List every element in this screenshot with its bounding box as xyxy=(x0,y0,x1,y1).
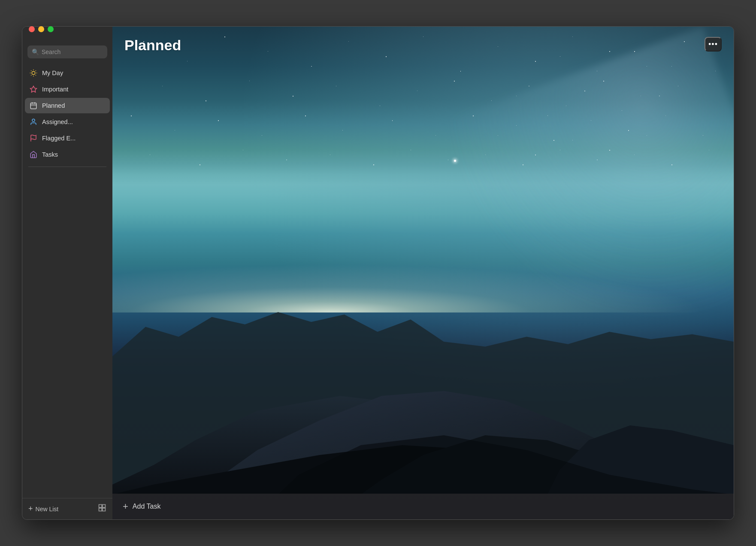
svg-point-14 xyxy=(32,119,35,121)
svg-rect-16 xyxy=(99,505,102,508)
sidebar-item-planned[interactable]: Planned xyxy=(25,98,110,113)
search-bar[interactable]: 🔍 Search xyxy=(27,46,107,58)
svg-rect-18 xyxy=(99,508,102,511)
person-icon xyxy=(29,118,38,126)
sidebar-divider xyxy=(28,167,106,167)
svg-line-7 xyxy=(31,75,31,76)
header: Planned ••• xyxy=(112,27,734,54)
sidebar-item-label-important: Important xyxy=(42,86,68,93)
calendar-icon xyxy=(29,101,38,110)
main-content: Planned ••• + Add Task xyxy=(112,27,734,519)
sidebar-item-label-tasks: Tasks xyxy=(42,151,58,158)
more-options-button[interactable]: ••• xyxy=(705,37,722,52)
star-icon xyxy=(29,85,38,94)
bottom-bar: + Add Task xyxy=(112,494,734,519)
sidebar-bottom: + New List xyxy=(22,498,112,519)
minimize-button[interactable] xyxy=(38,26,44,32)
search-icon: 🔍 xyxy=(32,49,39,55)
landscape-svg xyxy=(112,199,734,494)
plus-icon: + xyxy=(28,504,33,513)
flag-icon xyxy=(29,134,38,143)
sidebar-item-label-flagged: Flagged E... xyxy=(42,135,76,142)
new-list-label: New List xyxy=(36,506,59,513)
svg-point-0 xyxy=(32,71,35,75)
svg-line-4 xyxy=(36,75,36,76)
background-scene xyxy=(112,27,734,519)
svg-rect-17 xyxy=(103,505,106,508)
new-list-button[interactable]: + New List xyxy=(28,504,94,513)
add-task-plus-icon: + xyxy=(123,501,128,512)
close-button[interactable] xyxy=(29,26,35,32)
sidebar-nav: My Day Important xyxy=(22,65,112,162)
search-placeholder: Search xyxy=(42,49,60,55)
sidebar-item-tasks[interactable]: Tasks xyxy=(25,147,110,162)
template-icon[interactable] xyxy=(98,504,106,514)
svg-rect-10 xyxy=(30,103,36,109)
app-window: 🔍 Search xyxy=(22,26,734,520)
sidebar-item-label-planned: Planned xyxy=(42,102,65,109)
sidebar: 🔍 Search xyxy=(22,27,112,519)
svg-line-8 xyxy=(36,70,36,71)
traffic-lights xyxy=(29,26,54,32)
page-title: Planned xyxy=(124,37,181,54)
sidebar-item-assigned[interactable]: Assigned... xyxy=(25,114,110,130)
maximize-button[interactable] xyxy=(48,26,54,32)
add-task-button[interactable]: + Add Task xyxy=(123,501,160,512)
sidebar-item-important[interactable]: Important xyxy=(25,82,110,97)
home-icon xyxy=(29,150,38,159)
add-task-label: Add Task xyxy=(133,503,161,510)
sun-icon xyxy=(29,69,38,77)
sidebar-item-flagged[interactable]: Flagged E... xyxy=(25,130,110,146)
sidebar-item-my-day[interactable]: My Day xyxy=(25,65,110,81)
svg-marker-9 xyxy=(30,86,37,92)
svg-line-3 xyxy=(31,70,31,71)
sidebar-item-label-my-day: My Day xyxy=(42,70,63,76)
svg-rect-19 xyxy=(103,508,106,511)
sidebar-item-label-assigned: Assigned... xyxy=(42,118,73,125)
